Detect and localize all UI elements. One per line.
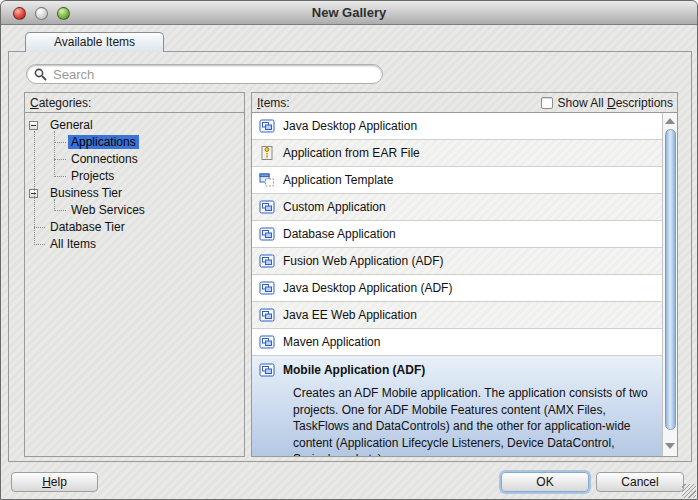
- tab-available-items[interactable]: Available Items: [25, 32, 164, 52]
- application-icon: [259, 199, 275, 215]
- list-item-mobile-application-adf[interactable]: Mobile Application (ADF): [252, 356, 677, 383]
- tree-item-label: All Items: [47, 237, 99, 251]
- application-icon: [259, 334, 275, 350]
- categories-tree: GeneralApplicationsConnectionsProjectsBu…: [25, 113, 244, 456]
- item-description: Creates an ADF Mobile application. The a…: [252, 383, 677, 456]
- tree-item-label: Connections: [68, 152, 141, 166]
- tree-item-projects[interactable]: Projects: [25, 168, 244, 185]
- list-item-fusion-web-application-adf[interactable]: Fusion Web Application (ADF): [252, 248, 677, 275]
- show-all-descriptions-label: Show All Descriptions: [558, 93, 673, 113]
- items-list: Java Desktop ApplicationApplication from…: [252, 113, 677, 456]
- tab-label: Available Items: [54, 35, 135, 49]
- list-item-java-desktop-application[interactable]: Java Desktop Application: [252, 113, 677, 140]
- list-item-database-application[interactable]: Database Application: [252, 221, 677, 248]
- tree-item-label: Database Tier: [47, 220, 128, 234]
- categories-label: Categories:: [30, 93, 91, 113]
- vertical-scrollbar[interactable]: [662, 113, 677, 456]
- tree-connector: [54, 176, 66, 177]
- tree-item-general[interactable]: General: [25, 117, 244, 134]
- categories-header: Categories:: [25, 93, 244, 113]
- ear-file-icon: [259, 145, 275, 161]
- application-icon: [259, 362, 275, 378]
- help-button[interactable]: Help: [11, 472, 98, 492]
- tree-item-web-services[interactable]: Web Services: [25, 202, 244, 219]
- tree-guide-line: [34, 131, 35, 245]
- tree-connector: [34, 244, 45, 245]
- template-icon: [259, 172, 275, 188]
- item-label: Mobile Application (ADF): [283, 363, 425, 377]
- tree-connector: [54, 159, 66, 160]
- tree-item-label: Web Services: [68, 203, 148, 217]
- application-icon: [259, 307, 275, 323]
- tree-item-connections[interactable]: Connections: [25, 151, 244, 168]
- list-item-custom-application[interactable]: Custom Application: [252, 194, 677, 221]
- application-icon: [259, 118, 275, 134]
- tree-connector: [34, 227, 45, 228]
- application-icon: [259, 253, 275, 269]
- item-label: Application Template: [283, 173, 394, 187]
- items-panel: Items: Show All Descriptions Java Deskto…: [251, 92, 678, 457]
- tree-connector: [54, 210, 66, 211]
- item-label: Java EE Web Application: [283, 308, 417, 322]
- search-input[interactable]: [51, 66, 371, 82]
- scroll-up-icon[interactable]: [665, 118, 675, 124]
- tree-item-applications[interactable]: Applications: [25, 134, 244, 151]
- scroll-down-icon[interactable]: [665, 443, 675, 449]
- tree-connector: [54, 142, 66, 143]
- tree-guide-line: [54, 131, 55, 177]
- new-gallery-dialog: New Gallery Available Items Categories: …: [0, 0, 698, 500]
- tree-item-all-items[interactable]: All Items: [25, 236, 244, 253]
- item-label: Maven Application: [283, 335, 380, 349]
- item-label: Custom Application: [283, 200, 386, 214]
- list-item-java-desktop-application-adf[interactable]: Java Desktop Application (ADF): [252, 275, 677, 302]
- tree-item-label: Projects: [68, 169, 117, 183]
- search-box[interactable]: [26, 64, 383, 84]
- title-bar[interactable]: New Gallery: [1, 1, 697, 25]
- application-icon: [259, 280, 275, 296]
- categories-panel: Categories: GeneralApplicationsConnectio…: [24, 92, 245, 457]
- item-label: Database Application: [283, 227, 396, 241]
- tree-item-business-tier[interactable]: Business Tier: [25, 185, 244, 202]
- show-all-descriptions-control[interactable]: Show All Descriptions: [541, 93, 673, 113]
- tree-guide-line: [54, 199, 55, 211]
- search-icon: [34, 68, 47, 81]
- selected-list-item-mobile-application-adf[interactable]: Mobile Application (ADF)Creates an ADF M…: [252, 356, 677, 456]
- item-label: Fusion Web Application (ADF): [283, 254, 444, 268]
- resize-grip[interactable]: [682, 484, 696, 498]
- list-item-application-template[interactable]: Application Template: [252, 167, 677, 194]
- list-item-maven-application[interactable]: Maven Application: [252, 329, 677, 356]
- tree-item-label: General: [47, 118, 96, 132]
- scrollbar-thumb[interactable]: [665, 129, 676, 430]
- window-title: New Gallery: [1, 1, 697, 25]
- show-all-descriptions-checkbox[interactable]: [541, 97, 553, 109]
- item-label: Application from EAR File: [283, 146, 420, 160]
- application-icon: [259, 226, 275, 242]
- ok-button[interactable]: OK: [501, 472, 589, 492]
- cancel-button[interactable]: Cancel: [596, 472, 684, 492]
- tree-item-label: Applications: [68, 135, 139, 149]
- item-label: Java Desktop Application (ADF): [283, 281, 452, 295]
- collapse-icon[interactable]: [29, 121, 38, 130]
- items-header: Items: Show All Descriptions: [252, 93, 677, 113]
- tree-item-label: Business Tier: [47, 186, 125, 200]
- tab-panel: Categories: GeneralApplicationsConnectio…: [8, 51, 692, 462]
- list-item-java-ee-web-application[interactable]: Java EE Web Application: [252, 302, 677, 329]
- items-label: Items:: [257, 93, 290, 113]
- item-label: Java Desktop Application: [283, 119, 417, 133]
- tree-item-database-tier[interactable]: Database Tier: [25, 219, 244, 236]
- list-item-application-from-ear-file[interactable]: Application from EAR File: [252, 140, 677, 167]
